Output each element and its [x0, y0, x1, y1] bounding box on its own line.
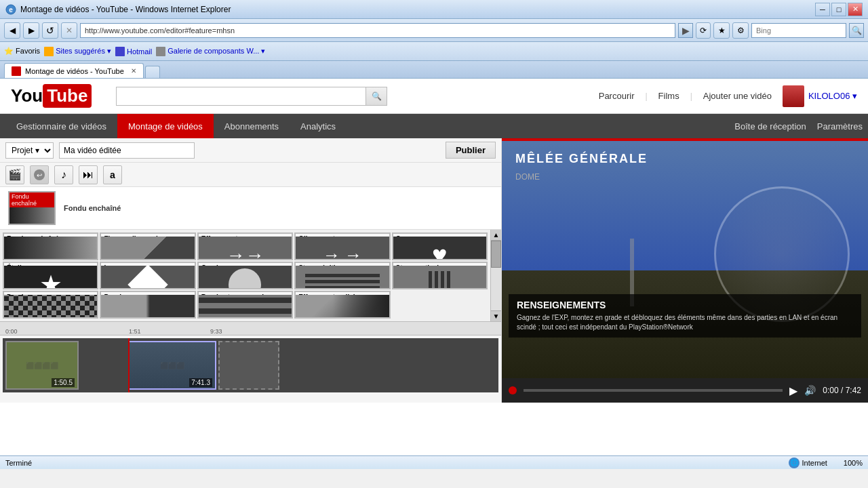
nav-films[interactable]: Films	[658, 91, 679, 101]
tab-label: Montage de vidéos - YouTube	[25, 67, 124, 75]
transition-coeur[interactable]: Cœur ♥	[392, 232, 488, 260]
close-button[interactable]: ✕	[848, 3, 863, 16]
transition-effacement[interactable]: Effacement → →	[197, 232, 293, 260]
nav-boite[interactable]: Boîte de réception	[734, 121, 806, 131]
tool-video-button[interactable]: 🎬	[5, 165, 24, 184]
yt-logo[interactable]: YouTube	[11, 84, 92, 108]
transition-flou[interactable]: Flou en diagonale	[100, 232, 195, 260]
zoom-level: 100%	[844, 459, 863, 467]
hotmail-icon	[115, 47, 125, 56]
tab-montage[interactable]: Montage de vidéos	[117, 114, 214, 138]
logo-tube: Tube	[43, 84, 92, 108]
fondu-badge: Fondu enchaîné	[9, 192, 54, 207]
tab-close-icon[interactable]: ✕	[131, 67, 136, 75]
nav-parcourir[interactable]: Parcourir	[599, 91, 635, 101]
tool-transitions-button[interactable]: ↩	[30, 165, 49, 184]
address-bar[interactable]	[80, 23, 675, 38]
favorites-hotmail[interactable]: Hotmail	[115, 47, 152, 56]
transition-cercle[interactable]: Cercle	[197, 262, 293, 289]
yt-username[interactable]: KILOLO06 ▾	[808, 91, 857, 101]
transition-store-v[interactable]: Store vénitien	[294, 262, 390, 289]
favorites-label: ⭐ Favoris	[4, 47, 40, 56]
play-button[interactable]: ▶	[789, 384, 797, 397]
transition-store-vert[interactable]: Store vertical	[392, 262, 488, 289]
tab-analytics[interactable]: Analytics	[290, 114, 347, 138]
transition-losange[interactable]: Losange	[100, 262, 195, 289]
transition-fondu[interactable]: Fondu enchaîné	[3, 232, 98, 260]
timeline-placeholder[interactable]	[218, 341, 279, 390]
editor-toolbar: 🎬 ↩ ♪ ⏭ a	[0, 163, 501, 187]
volume-button[interactable]: 🔊	[804, 385, 816, 396]
tab-gestionnaire[interactable]: Gestionnaire de vidéos	[5, 114, 117, 138]
galerie-icon	[156, 47, 165, 56]
transition-etoile[interactable]: Étoile ★	[3, 262, 98, 289]
timeline-cursor	[128, 338, 130, 392]
tool-effects-button[interactable]: a	[103, 165, 122, 184]
yt-header: YouTube 🔍 Parcourir | Films | Ajouter un…	[0, 79, 868, 114]
timeline-clip-2[interactable]: ⬛⬛⬛ 7:41.3	[128, 341, 216, 390]
back-button[interactable]: ◀	[4, 22, 20, 39]
sites-icon	[44, 47, 54, 56]
tool-text-button[interactable]: ⏭	[79, 165, 98, 184]
transition-radial[interactable]: Effacement radial	[294, 291, 390, 319]
transition-puzzle[interactable]: Puzzle	[100, 291, 195, 319]
video-info-title: RENSEIGNEMENTS	[517, 300, 853, 310]
zone-icon: 🌐	[789, 458, 800, 468]
left-panel: Projet ▾ Publier 🎬 ↩ ♪ ⏭ a Fondu enchaîn…	[0, 138, 502, 403]
transition-bandes[interactable]: Bandes transversal	[197, 291, 293, 319]
video-controls: ▶ 🔊 0:00 / 7:42	[502, 378, 868, 403]
transition-glissement[interactable]: Glissement → →	[294, 232, 390, 260]
video-info-box: RENSEIGNEMENTS Gagnez de l'EXP, montez e…	[509, 294, 861, 338]
transitions-scrollbar[interactable]: ▲ ▼	[490, 230, 501, 321]
yt-search-button[interactable]: 🔍	[366, 87, 387, 106]
publish-button[interactable]: Publier	[446, 142, 496, 159]
transition-damier[interactable]: Damier	[3, 291, 98, 319]
clip-2-label: 7:41.3	[189, 378, 212, 387]
favorites-galerie[interactable]: Galerie de composants W... ▾	[156, 47, 265, 56]
browser-search-input[interactable]	[751, 23, 846, 38]
video-progress-bar[interactable]	[524, 389, 783, 392]
video-info-text: Gagnez de l'EXP, montez en grade et débl…	[517, 313, 853, 332]
editor-container: Projet ▾ Publier 🎬 ↩ ♪ ⏭ a Fondu enchaîn…	[0, 138, 868, 403]
yt-search-input[interactable]	[116, 87, 366, 106]
refresh2-button[interactable]: ⟳	[696, 22, 711, 39]
maximize-button[interactable]: □	[831, 3, 846, 16]
project-select[interactable]: Projet ▾	[5, 142, 54, 159]
favorites-sites[interactable]: Sites suggérés ▾	[44, 47, 111, 56]
nav-parametres[interactable]: Paramètres	[817, 121, 863, 131]
status-bar: Terminé 🌐 Internet 100%	[0, 455, 868, 469]
browser-tab-active[interactable]: Montage de vidéos - YouTube ✕	[4, 63, 144, 78]
stop-button[interactable]: ✕	[61, 22, 77, 39]
favorites-button[interactable]: ★	[713, 22, 730, 39]
video-progress-top	[502, 138, 868, 141]
scroll-up-arrow[interactable]: ▲	[491, 230, 501, 241]
new-tab-button[interactable]	[145, 66, 160, 78]
scroll-thumb[interactable]	[491, 241, 501, 268]
status-text: Terminé	[5, 459, 778, 467]
logo-you: You	[11, 85, 43, 106]
minimize-button[interactable]: ─	[815, 3, 830, 16]
timeline-clip-1[interactable]: ⬛⬛⬛⬛ 1:50.5	[5, 341, 79, 390]
forward-button[interactable]: ▶	[23, 22, 39, 39]
tab-abonnements[interactable]: Abonnements	[214, 114, 290, 138]
status-zone: 🌐 Internet	[789, 458, 827, 468]
timeline-content[interactable]: ⬛⬛⬛⬛ 1:50.5 ⬛⬛⬛ 7:41.3	[3, 338, 498, 392]
go-button[interactable]: ▶	[678, 23, 693, 38]
timeline-mark-1: 1:51	[129, 328, 141, 335]
browser-search-button[interactable]: 🔍	[849, 23, 864, 38]
yt-user: KILOLO06 ▾	[783, 85, 857, 107]
nav-ajouter[interactable]: Ajouter une vidéo	[703, 91, 772, 101]
project-name-input[interactable]	[59, 142, 195, 159]
browser-tabs: Montage de vidéos - YouTube ✕	[0, 61, 868, 79]
tool-audio-button[interactable]: ♪	[54, 165, 73, 184]
favorites-bar: ⭐ Favoris Sites suggérés ▾ Hotmail Galer…	[0, 42, 868, 61]
tools-button[interactable]: ⚙	[732, 22, 749, 39]
project-bar: Projet ▾ Publier	[0, 138, 501, 163]
transitions-grid: Fondu enchaîné Flou en diagonale	[0, 230, 490, 321]
video-scene	[502, 138, 868, 378]
scroll-down-arrow[interactable]: ▼	[491, 310, 501, 321]
yt-nav-right: Boîte de réception Paramètres	[734, 121, 863, 131]
refresh-button[interactable]: ↺	[42, 22, 58, 39]
time-display: 0:00 / 7:42	[823, 386, 861, 395]
timeline-ruler: 0:00 1:51 9:33	[0, 322, 501, 336]
